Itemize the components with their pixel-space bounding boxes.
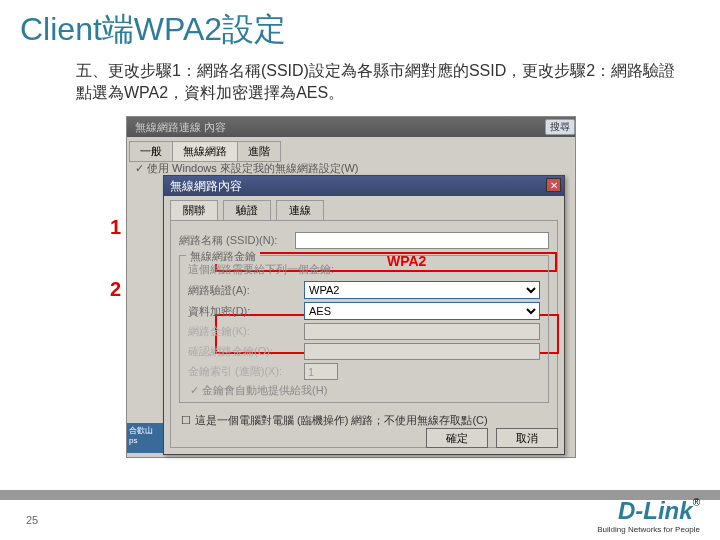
enc-select[interactable]: AES	[304, 302, 540, 320]
key-index-input	[304, 363, 338, 380]
taskbar-icon: 合歡山 ps	[127, 423, 163, 453]
enc-row: 資料加密(D): AES	[188, 302, 540, 320]
auto-key-checkbox: ✓ 金鑰會自動地提供給我(H)	[190, 383, 540, 398]
adhoc-row: ☐ 這是一個電腦對電腦 (臨機操作) 網路；不使用無線存取點(C)	[179, 413, 549, 427]
adhoc-checkbox[interactable]: ☐	[181, 413, 191, 427]
screenshot-area: 無線網路連線 內容 搜尋 一般無線網路進階 ✓ 使用 Windows 來設定我的…	[126, 116, 576, 458]
logo-tagline: Building Networks for People	[597, 525, 700, 534]
enc-label: 資料加密(D):	[188, 304, 304, 319]
logo-registered: ®	[693, 497, 700, 508]
ssid-label: 網路名稱 (SSID)(N):	[179, 233, 295, 248]
parent-window-title: 無線網路連線 內容	[127, 117, 575, 137]
adhoc-label: 這是一個電腦對電腦 (臨機操作) 網路；不使用無線存取點(C)	[195, 413, 488, 427]
cancel-button[interactable]: 取消	[496, 428, 558, 448]
logo-area: D-Link® Building Networks for People	[597, 497, 700, 534]
dialog-title-text: 無線網路內容	[170, 179, 242, 193]
key-index-label: 金鑰索引 (進階)(X):	[188, 364, 304, 379]
tab-connection[interactable]: 連線	[276, 200, 324, 220]
dialog-body: WPA2 網路名稱 (SSID)(N): 無線網路金鑰 這個網路需要給下列一個金…	[170, 220, 558, 448]
key-index-row: 金鑰索引 (進階)(X):	[188, 363, 540, 380]
ssid-row: 網路名稱 (SSID)(N):	[179, 232, 549, 249]
tab-general[interactable]: 一般	[129, 141, 173, 162]
close-icon[interactable]: ✕	[546, 178, 561, 192]
tab-association[interactable]: 關聯	[170, 200, 218, 220]
dialog-buttons: 確定 取消	[422, 428, 558, 449]
key-confirm-input	[304, 343, 540, 360]
ok-button[interactable]: 確定	[426, 428, 488, 448]
page-title: Client端WPA2設定	[0, 0, 720, 52]
tab-authentication[interactable]: 驗證	[223, 200, 271, 220]
tab-advanced[interactable]: 進階	[237, 141, 281, 162]
search-button[interactable]: 搜尋	[545, 119, 575, 135]
ssid-input[interactable]	[295, 232, 549, 249]
key-confirm-row: 確認網路金鑰(O):	[188, 343, 540, 360]
key-label: 網路金鑰(K):	[188, 324, 304, 339]
parent-tabs: 一般無線網路進階	[129, 141, 280, 162]
key-row: 網路金鑰(K):	[188, 323, 540, 340]
auth-select[interactable]: WPA2	[304, 281, 540, 299]
key-confirm-label: 確認網路金鑰(O):	[188, 344, 304, 359]
dialog-titlebar: 無線網路內容 ✕	[164, 176, 564, 196]
step-marker-2: 2	[110, 278, 121, 301]
group-title: 無線網路金鑰	[186, 249, 260, 264]
dialog-tabs: 關聯 驗證 連線	[164, 196, 564, 220]
tab-wireless[interactable]: 無線網路	[172, 141, 238, 162]
page-number: 25	[26, 514, 38, 526]
auth-label: 網路驗證(A):	[188, 283, 304, 298]
wireless-properties-dialog: 無線網路內容 ✕ 關聯 驗證 連線 WPA2 網路名稱 (SSID)(N): 無…	[163, 175, 565, 455]
windows-config-checkbox[interactable]: ✓ 使用 Windows 來設定我的無線網路設定(W)	[135, 161, 359, 176]
step-marker-1: 1	[110, 216, 121, 239]
key-group: 無線網路金鑰 這個網路需要給下列一個金鑰: 網路驗證(A): WPA2 資料加密…	[179, 255, 549, 403]
key-input	[304, 323, 540, 340]
group-desc: 這個網路需要給下列一個金鑰:	[188, 262, 540, 277]
auth-row: 網路驗證(A): WPA2	[188, 281, 540, 299]
logo-text: D-Link	[618, 497, 693, 524]
instruction-text: 五、更改步驟1：網路名稱(SSID)設定為各縣市網對應的SSID，更改步驟2：網…	[0, 52, 720, 105]
